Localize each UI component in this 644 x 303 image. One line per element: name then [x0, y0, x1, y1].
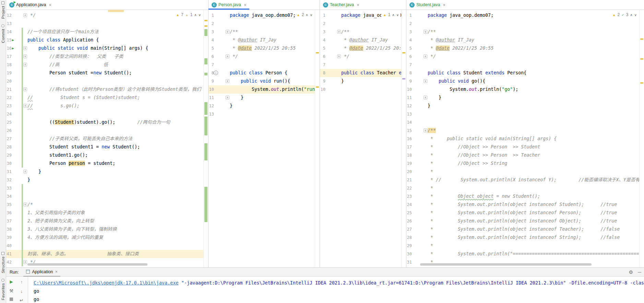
code-line[interactable]: 27 * System.out.println(object instanceo…: [406, 225, 644, 233]
line-number[interactable]: 13: [406, 110, 412, 118]
inspections-widget[interactable]: ▲2✓3∧∨: [611, 12, 639, 18]
fold-icon[interactable]: ∨: [226, 30, 229, 34]
code-line[interactable]: 17∨ //类型之间的转换： 父类 子类: [6, 52, 208, 61]
line-number[interactable]: 7: [320, 61, 325, 69]
stripe-mark[interactable]: [316, 86, 319, 88]
close-tab-icon[interactable]: ×: [244, 2, 247, 8]
code-line[interactable]: 6∧ */: [208, 52, 320, 61]
run-console[interactable]: C:\Users\Microsoft\.jdks\openjdk-17.0.1\…: [28, 277, 644, 303]
stripe-mark[interactable]: [204, 187, 207, 222]
line-number[interactable]: 35: [6, 201, 12, 209]
line-number[interactable]: 11: [208, 94, 214, 102]
line-number[interactable]: 32: [6, 176, 12, 184]
stripe-mark[interactable]: [640, 82, 643, 84]
line-number[interactable]: 33: [6, 184, 12, 192]
code-line[interactable]: 3∨/**: [208, 28, 320, 36]
prev-issue-icon[interactable]: ∧: [306, 13, 308, 17]
line-number[interactable]: 26: [406, 217, 412, 225]
line-number[interactable]: 10: [208, 85, 214, 94]
code-line[interactable]: 9}: [320, 77, 406, 85]
fold-icon[interactable]: ∧: [23, 260, 27, 264]
line-number[interactable]: 8: [208, 69, 214, 77]
fold-icon[interactable]: ∧: [226, 54, 229, 58]
code-line[interactable]: 9∨ public void run(){: [208, 77, 320, 85]
arrow-up-icon[interactable]: ↑: [21, 279, 23, 284]
soft-wrap-icon[interactable]: ↵: [20, 298, 24, 303]
horizontal-scrollbar[interactable]: [420, 263, 592, 266]
close-tab-icon[interactable]: ×: [357, 2, 359, 8]
code-line[interactable]: 25 ((Student)student).go(); //两句合为一句: [6, 118, 208, 126]
next-issue-icon[interactable]: ∨: [634, 13, 637, 17]
next-issue-icon[interactable]: ∨: [396, 13, 399, 17]
line-number[interactable]: 9: [406, 77, 412, 85]
code-line[interactable]: 11∧ }: [208, 94, 320, 102]
gear-icon[interactable]: ⚙: [629, 269, 633, 275]
code-line[interactable]: 22// Student s = (Student)student;: [6, 94, 208, 102]
code-line[interactable]: 26: [6, 126, 208, 135]
code-line[interactable]: 26 * System.out.println(object instanceo…: [406, 217, 644, 225]
inspections-widget[interactable]: ▲2∧∨: [295, 12, 314, 18]
code-line[interactable]: 13: [406, 110, 644, 118]
line-number[interactable]: 11: [406, 94, 412, 102]
line-number[interactable]: 15: [406, 126, 412, 135]
editor-area[interactable]: 12∧ */1314//一个项目应该只存一个main方法15▶public cl…: [6, 10, 208, 267]
line-number[interactable]: 30: [6, 159, 12, 168]
line-number[interactable]: 5: [406, 44, 412, 52]
inspections-widget[interactable]: ▲1∧∨: [381, 12, 401, 18]
fold-icon[interactable]: ∧: [424, 54, 427, 58]
line-number[interactable]: 5: [208, 44, 214, 52]
code-line[interactable]: 5 * @date 2022/1/25 20:55: [406, 44, 644, 52]
run-tab-application[interactable]: Application ×: [23, 268, 60, 277]
line-number[interactable]: 39: [6, 233, 12, 242]
line-number[interactable]: 8: [320, 69, 325, 77]
line-number[interactable]: 12: [6, 11, 12, 20]
line-number[interactable]: 31: [6, 168, 12, 176]
run-line-icon[interactable]: ▶: [12, 44, 14, 52]
fold-icon[interactable]: ∨: [424, 30, 427, 34]
wrench-icon[interactable]: ⚒: [9, 288, 13, 293]
line-number[interactable]: 13: [6, 20, 12, 28]
close-run-tab-icon[interactable]: ×: [55, 269, 58, 274]
line-number[interactable]: 17: [6, 52, 12, 61]
code-line[interactable]: 15∨/**: [406, 126, 644, 135]
code-line[interactable]: 35∨/*: [6, 201, 208, 209]
line-number[interactable]: 19: [6, 69, 12, 77]
code-line[interactable]: 19 * //Object >> String: [406, 159, 644, 168]
code-line[interactable]: 361、父类引用指向子类的对象: [6, 209, 208, 217]
code-line[interactable]: 28 * System.out.println(object instanceo…: [406, 233, 644, 242]
line-number[interactable]: 34: [6, 192, 12, 201]
java-exe-link[interactable]: C:\Users\Microsoft\.jdks\openjdk-17.0.1\…: [34, 280, 179, 286]
line-number[interactable]: 14: [6, 28, 12, 36]
line-number[interactable]: 1: [406, 11, 412, 20]
line-number[interactable]: 37: [6, 217, 12, 225]
next-issue-icon[interactable]: ∨: [199, 13, 201, 17]
code-line[interactable]: 16▶∨ public static void main(String[] ar…: [6, 44, 208, 52]
stripe-mark[interactable]: [204, 25, 207, 27]
code-line[interactable]: 3∨/**: [406, 28, 644, 36]
code-line[interactable]: 15▶public class Application {: [6, 36, 208, 44]
code-line[interactable]: 18∧ //高 低: [6, 61, 208, 69]
line-number[interactable]: 28: [6, 143, 12, 151]
line-number[interactable]: 20: [406, 168, 412, 176]
line-number[interactable]: 42: [6, 258, 12, 266]
code-line[interactable]: 12}: [406, 102, 644, 110]
code-line[interactable]: 10: [320, 85, 406, 94]
code-line[interactable]: 20 *: [406, 168, 644, 176]
line-number[interactable]: 28: [406, 233, 412, 242]
fold-icon[interactable]: ∧: [23, 104, 27, 108]
line-number[interactable]: 9: [320, 77, 325, 85]
code-line[interactable]: 20: [6, 77, 208, 85]
stop-icon[interactable]: [10, 298, 13, 301]
line-number[interactable]: 7: [406, 61, 412, 69]
line-number[interactable]: 16: [406, 135, 412, 143]
line-number[interactable]: 3: [320, 28, 325, 36]
code-line[interactable]: 10 System.out.println("go");: [406, 85, 644, 94]
code-line[interactable]: 29 student1.go();: [6, 151, 208, 159]
line-number[interactable]: 21: [6, 85, 12, 94]
next-issue-icon[interactable]: ∨: [310, 13, 312, 17]
line-number[interactable]: 6: [208, 52, 214, 61]
stripe-mark[interactable]: [402, 52, 405, 53]
rerun-icon[interactable]: ▶: [10, 279, 13, 284]
line-number[interactable]: 5: [320, 44, 325, 52]
tool-window-button-project[interactable]: Project: [1, 1, 5, 19]
